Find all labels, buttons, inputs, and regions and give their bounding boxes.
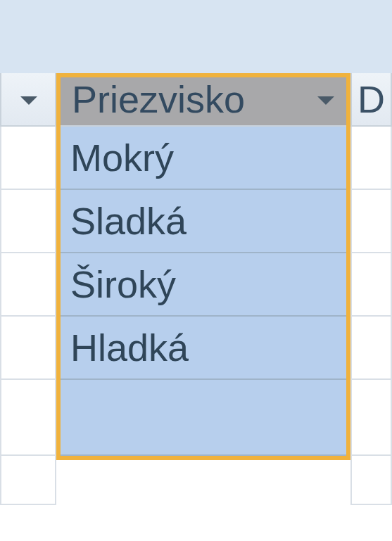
table-row: Mokrý xyxy=(0,127,392,190)
cell-priezvisko[interactable]: Hladká xyxy=(56,317,350,380)
column-header-label: D xyxy=(358,73,385,125)
cell[interactable] xyxy=(350,127,392,190)
header-row: Priezvisko D xyxy=(0,73,392,127)
cell[interactable] xyxy=(350,456,392,505)
cell[interactable] xyxy=(0,253,56,317)
column-header-prev[interactable] xyxy=(0,73,56,127)
dropdown-button-priezvisko[interactable] xyxy=(310,86,342,115)
cell[interactable] xyxy=(0,317,56,380)
table-row: Široký xyxy=(0,253,392,317)
cell[interactable] xyxy=(0,127,56,190)
cell[interactable] xyxy=(350,380,392,456)
cell-priezvisko[interactable]: Sladká xyxy=(56,190,350,253)
cell-priezvisko[interactable]: Mokrý xyxy=(56,127,350,190)
cell[interactable] xyxy=(0,190,56,253)
table-row: Hladká xyxy=(0,317,392,380)
dropdown-button-prev[interactable] xyxy=(13,86,45,115)
table-row: Sladká xyxy=(0,190,392,253)
chevron-down-icon xyxy=(315,94,336,108)
ribbon-background xyxy=(0,0,392,75)
table-row xyxy=(0,456,392,505)
chevron-down-icon xyxy=(18,94,39,108)
cell[interactable] xyxy=(350,190,392,253)
cell[interactable] xyxy=(350,253,392,317)
column-header-next[interactable]: D xyxy=(350,73,392,127)
column-header-label: Priezvisko xyxy=(72,73,245,125)
cell-priezvisko[interactable]: Široký xyxy=(56,253,350,317)
column-header-priezvisko[interactable]: Priezvisko xyxy=(56,73,350,127)
datasheet-grid: Priezvisko D Mokrý Sladká Široký Hladká xyxy=(0,73,392,541)
table-row xyxy=(0,380,392,456)
cell-priezvisko[interactable] xyxy=(56,380,350,456)
cell[interactable] xyxy=(350,317,392,380)
cell[interactable] xyxy=(0,456,56,505)
cell[interactable] xyxy=(0,380,56,456)
